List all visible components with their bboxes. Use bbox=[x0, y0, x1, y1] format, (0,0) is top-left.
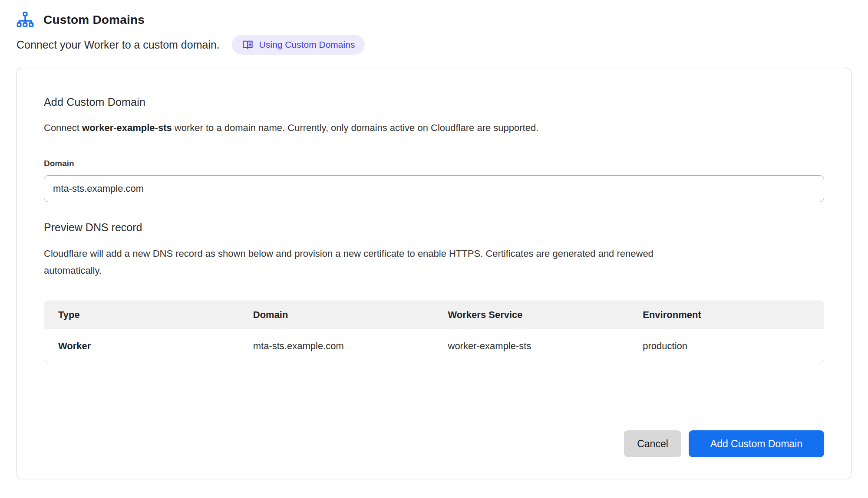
card-intro: Connect worker-example-sts worker to a d… bbox=[44, 122, 824, 134]
action-buttons-row: Cancel Add Custom Domain bbox=[44, 430, 824, 457]
domain-label: Domain bbox=[44, 159, 824, 168]
page-header: Custom Domains Connect your Worker to a … bbox=[17, 11, 851, 55]
custom-domains-page: Custom Domains Connect your Worker to a … bbox=[0, 0, 868, 479]
docs-link-badge[interactable]: Using Custom Domains bbox=[232, 35, 365, 55]
book-icon bbox=[242, 39, 254, 51]
card-heading: Add Custom Domain bbox=[44, 96, 824, 108]
footer-divider bbox=[44, 412, 824, 412]
table-row: Worker mta-sts.example.com worker-exampl… bbox=[44, 329, 824, 363]
add-custom-domain-button[interactable]: Add Custom Domain bbox=[689, 430, 824, 457]
cell-domain: mta-sts.example.com bbox=[239, 341, 434, 352]
intro-prefix: Connect bbox=[44, 122, 82, 133]
dns-preview-table: Type Domain Workers Service Environment … bbox=[44, 301, 824, 363]
preview-heading: Preview DNS record bbox=[44, 221, 824, 234]
cell-workers-service: worker-example-sts bbox=[434, 341, 629, 352]
sitemap-icon bbox=[17, 11, 34, 29]
subtitle-row: Connect your Worker to a custom domain. … bbox=[17, 35, 851, 55]
preview-description: Cloudflare will add a new DNS record as … bbox=[44, 245, 673, 279]
docs-link-label: Using Custom Domains bbox=[259, 39, 355, 50]
title-row: Custom Domains bbox=[17, 11, 851, 29]
page-title: Custom Domains bbox=[43, 13, 145, 27]
add-custom-domain-card: Add Custom Domain Connect worker-example… bbox=[17, 68, 851, 479]
worker-name: worker-example-sts bbox=[82, 122, 172, 133]
page-subtitle: Connect your Worker to a custom domain. bbox=[17, 39, 220, 51]
column-header-type: Type bbox=[44, 309, 239, 321]
intro-suffix: worker to a domain name. Currently, only… bbox=[172, 122, 539, 133]
column-header-domain: Domain bbox=[239, 309, 434, 321]
column-header-workers-service: Workers Service bbox=[434, 309, 629, 321]
column-header-environment: Environment bbox=[629, 309, 824, 321]
cell-type: Worker bbox=[44, 341, 239, 352]
cancel-button[interactable]: Cancel bbox=[624, 430, 681, 457]
table-header-row: Type Domain Workers Service Environment bbox=[44, 301, 824, 329]
cell-environment: production bbox=[629, 341, 824, 352]
domain-input[interactable] bbox=[44, 175, 824, 202]
